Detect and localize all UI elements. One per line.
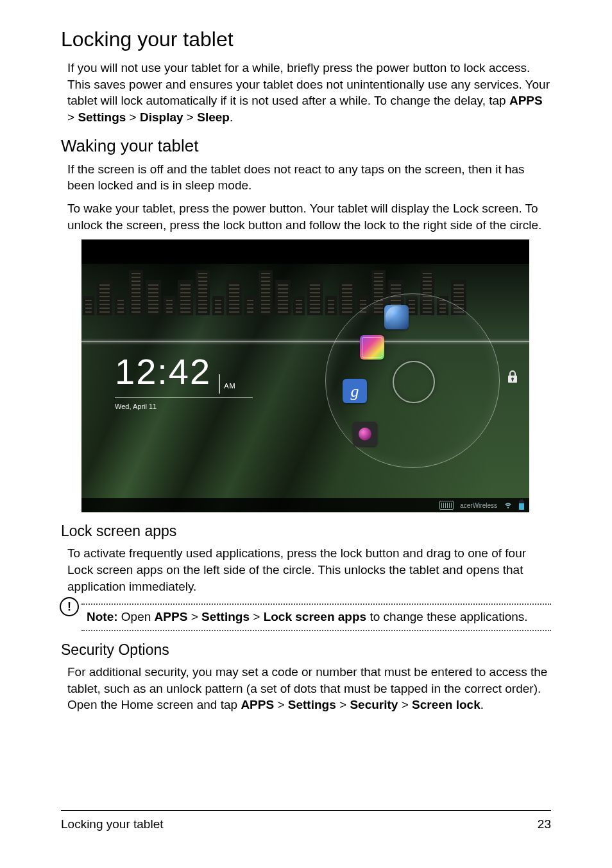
path-sep1: > bbox=[67, 110, 78, 124]
path-sleep: Sleep bbox=[197, 110, 230, 124]
note-settings: Settings bbox=[201, 610, 250, 623]
spath-apps: APPS bbox=[241, 698, 274, 711]
heading-locking: Locking your tablet bbox=[61, 26, 551, 53]
unlock-handle[interactable] bbox=[393, 361, 435, 403]
path-end: . bbox=[230, 110, 233, 124]
path-settings: Settings bbox=[78, 110, 126, 124]
para-intro: If you will not use your tablet for a wh… bbox=[67, 60, 551, 126]
alert-icon: ! bbox=[60, 597, 79, 616]
keyboard-icon bbox=[439, 501, 454, 510]
path-sep3: > bbox=[183, 110, 198, 124]
note-sep2: > bbox=[250, 610, 264, 623]
figure-skyline bbox=[81, 264, 529, 315]
spath-screenlock: Screen lock bbox=[412, 698, 480, 711]
spath-settings: Settings bbox=[288, 698, 336, 711]
heading-waking: Waking your tablet bbox=[61, 135, 551, 157]
path-display: Display bbox=[140, 110, 183, 124]
spath-security: Security bbox=[350, 698, 398, 711]
clock-time-value: 12:42 bbox=[115, 347, 211, 396]
wifi-icon bbox=[504, 500, 513, 512]
lock-app-google-icon[interactable]: g bbox=[343, 379, 367, 403]
lock-app-browser-icon[interactable] bbox=[384, 305, 409, 329]
clock-date: Wed, April 11 bbox=[115, 402, 253, 412]
para-waking-1: If the screen is off and the tablet does… bbox=[67, 161, 551, 194]
lock-clock: 12:42 AM Wed, April 11 bbox=[115, 347, 253, 411]
page-footer: Locking your tablet 23 bbox=[61, 810, 551, 833]
note-lockapps: Lock screen apps bbox=[264, 610, 367, 623]
note-text: Note: Open APPS > Settings > Lock screen… bbox=[87, 609, 551, 626]
wifi-label: acerWireless bbox=[460, 501, 497, 510]
note-sep1: > bbox=[187, 610, 201, 623]
path-apps: APPS bbox=[509, 94, 543, 107]
clock-divider bbox=[115, 397, 253, 398]
spath-sep1: > bbox=[274, 698, 288, 711]
clock-ampm: AM bbox=[224, 381, 236, 391]
note-apps: APPS bbox=[155, 610, 188, 623]
note-pre: Open bbox=[118, 610, 155, 623]
footer-title: Locking your tablet bbox=[61, 816, 164, 833]
footer-page-number: 23 bbox=[538, 816, 551, 833]
lock-app-camera-icon[interactable] bbox=[353, 422, 377, 446]
spath-sep2: > bbox=[336, 698, 350, 711]
para-intro-text: If you will not use your tablet for a wh… bbox=[67, 61, 550, 107]
para-security: For additional security, you may set a c… bbox=[67, 664, 551, 713]
para-lock-apps: To activate frequently used applications… bbox=[67, 545, 551, 595]
lock-app-gallery-icon[interactable] bbox=[360, 335, 384, 360]
status-bar: acerWireless bbox=[81, 498, 529, 512]
note-label: Note: bbox=[87, 610, 118, 623]
battery-icon bbox=[519, 501, 524, 510]
clock-ampm-separator bbox=[219, 374, 220, 394]
para-waking-2: To wake your tablet, press the power but… bbox=[67, 200, 551, 233]
lock-screen-figure: 12:42 AM Wed, April 11 g acerWireless bbox=[81, 239, 529, 512]
path-sep2: > bbox=[126, 110, 140, 124]
heading-security: Security Options bbox=[61, 640, 551, 660]
note-block: ! Note: Open APPS > Settings > Lock scre… bbox=[81, 603, 551, 631]
note-post: to change these applications. bbox=[366, 610, 527, 623]
spath-end: . bbox=[480, 698, 484, 711]
spath-sep3: > bbox=[398, 698, 412, 711]
figure-sky bbox=[81, 239, 529, 264]
heading-lock-apps: Lock screen apps bbox=[61, 521, 551, 541]
unlock-target-lock-icon[interactable] bbox=[505, 369, 520, 389]
